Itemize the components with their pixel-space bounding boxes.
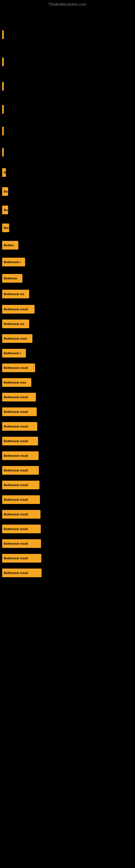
bar-label-14: Bottleneck res — [4, 292, 24, 296]
bar-label-33: Bottleneck result — [4, 571, 28, 575]
bar-row-32: Bottleneck result — [0, 553, 135, 564]
bar-row-8: Bo — [0, 186, 135, 197]
bar-label-29: Bottleneck result — [4, 513, 28, 516]
bar-label-15: Bottleneck result — [4, 308, 28, 311]
bar-row-24: Bottleneck result — [0, 436, 135, 446]
bar-label-18: Bottleneck r — [4, 351, 21, 355]
bar-24: Bottleneck result — [2, 437, 38, 445]
bar-row-33: Bottleneck result — [0, 567, 135, 578]
bar-29: Bottleneck result — [2, 510, 41, 519]
bar-12: Bottleneck r — [2, 258, 25, 267]
bar-label-26: Bottleneck result — [4, 469, 28, 472]
bar-row-10: Bol — [0, 222, 135, 233]
bar-row-11: Bottlen — [0, 240, 135, 251]
bar-label-19: Bottleneck result — [4, 366, 28, 369]
bar-label-13: Bottlenec — [4, 277, 17, 280]
bar-33: Bottleneck result — [2, 568, 42, 577]
bar-20: Bottleneck resu — [2, 378, 31, 387]
bar-8: Bo — [2, 187, 8, 196]
bar-row-3 — [0, 81, 135, 92]
bar-9: Bo — [2, 206, 8, 214]
bar-row-16: Bottleneck res — [0, 318, 135, 329]
bar-23: Bottleneck result — [2, 422, 37, 431]
bar-row-27: Bottleneck result — [0, 479, 135, 490]
bar-7: B — [2, 168, 6, 177]
bar-row-6 — [0, 147, 135, 158]
bar-row-28: Bottleneck result — [0, 494, 135, 505]
bar-row-25: Bottleneck result — [0, 450, 135, 461]
bar-28: Bottleneck result — [2, 495, 40, 504]
bar-16: Bottleneck res — [2, 319, 29, 328]
bar-label-21: Bottleneck result — [4, 396, 28, 399]
bar-row-15: Bottleneck result — [0, 304, 135, 315]
bar-label-24: Bottleneck result — [4, 439, 28, 443]
bar-label-12: Bottleneck r — [4, 260, 21, 264]
bar-6 — [2, 148, 4, 156]
bar-row-19: Bottleneck result — [0, 362, 135, 373]
bar-row-29: Bottleneck result — [0, 509, 135, 520]
bar-label-7: B — [4, 171, 6, 174]
bar-4 — [2, 105, 4, 114]
bar-row-31: Bottleneck result — [0, 538, 135, 549]
bar-30: Bottleneck result — [2, 525, 41, 533]
bar-5 — [2, 127, 4, 135]
bar-label-31: Bottleneck result — [4, 542, 28, 545]
bar-label-23: Bottleneck result — [4, 425, 28, 428]
bar-32: Bottleneck result — [2, 554, 41, 563]
bar-row-26: Bottleneck result — [0, 465, 135, 476]
bar-label-10: Bol — [4, 226, 9, 229]
bar-15: Bottleneck result — [2, 305, 35, 314]
bar-label-8: Bo — [4, 190, 8, 193]
bar-19: Bottleneck result — [2, 364, 35, 372]
bar-row-23: Bottleneck result — [0, 421, 135, 432]
bar-row-9: Bo — [0, 205, 135, 215]
bar-row-17: Bottleneck resul — [0, 333, 135, 344]
bar-14: Bottleneck res — [2, 290, 29, 299]
bar-row-14: Bottleneck res — [0, 289, 135, 300]
bar-27: Bottleneck result — [2, 480, 39, 489]
bar-18: Bottleneck r — [2, 349, 26, 358]
bar-17: Bottleneck resul — [2, 334, 32, 343]
bar-26: Bottleneck result — [2, 466, 39, 475]
bar-label-32: Bottleneck result — [4, 557, 28, 560]
bars-container: BBoBoBolBottlenBottleneck rBottlenecBott… — [0, 8, 135, 578]
bar-label-28: Bottleneck result — [4, 498, 28, 501]
bar-row-7: B — [0, 167, 135, 178]
bar-row-12: Bottleneck r — [0, 257, 135, 268]
bar-label-20: Bottleneck resu — [4, 381, 26, 384]
bar-row-18: Bottleneck r — [0, 348, 135, 359]
bar-label-11: Bottlen — [4, 244, 14, 247]
bar-label-17: Bottleneck resul — [4, 337, 27, 340]
bar-3 — [2, 82, 4, 91]
bar-31: Bottleneck result — [2, 539, 41, 548]
bar-row-5 — [0, 126, 135, 136]
bar-row-4 — [0, 104, 135, 115]
bar-21: Bottleneck result — [2, 393, 36, 401]
bar-label-27: Bottleneck result — [4, 484, 28, 487]
bar-label-9: Bo — [4, 208, 8, 212]
bar-row-22: Bottleneck result — [0, 406, 135, 417]
bar-2 — [2, 58, 4, 66]
bar-label-30: Bottleneck result — [4, 527, 28, 531]
bar-22: Bottleneck result — [2, 407, 37, 416]
site-title: TheBottlenecker.com — [0, 0, 135, 8]
bar-label-22: Bottleneck result — [4, 410, 28, 413]
bar-row-1 — [0, 29, 135, 40]
bar-10: Bol — [2, 223, 9, 232]
bar-13: Bottlenec — [2, 274, 22, 283]
bar-label-16: Bottleneck res — [4, 322, 24, 326]
bar-row-13: Bottlenec — [0, 273, 135, 284]
bar-label-25: Bottleneck result — [4, 454, 28, 457]
bar-row-30: Bottleneck result — [0, 524, 135, 534]
bar-row-20: Bottleneck resu — [0, 377, 135, 388]
bar-row-2 — [0, 56, 135, 67]
bar-1 — [2, 30, 4, 39]
bar-11: Bottlen — [2, 241, 18, 250]
bar-25: Bottleneck result — [2, 452, 39, 460]
bar-row-21: Bottleneck result — [0, 392, 135, 403]
